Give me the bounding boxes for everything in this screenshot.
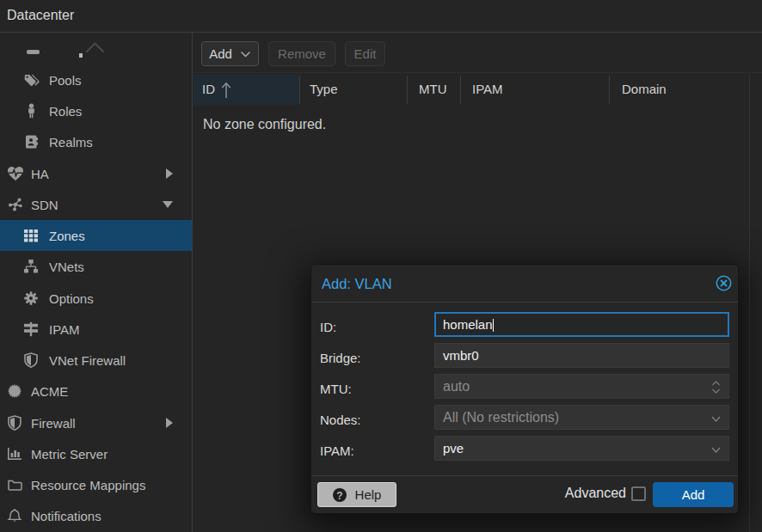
- svg-text:?: ?: [336, 489, 342, 501]
